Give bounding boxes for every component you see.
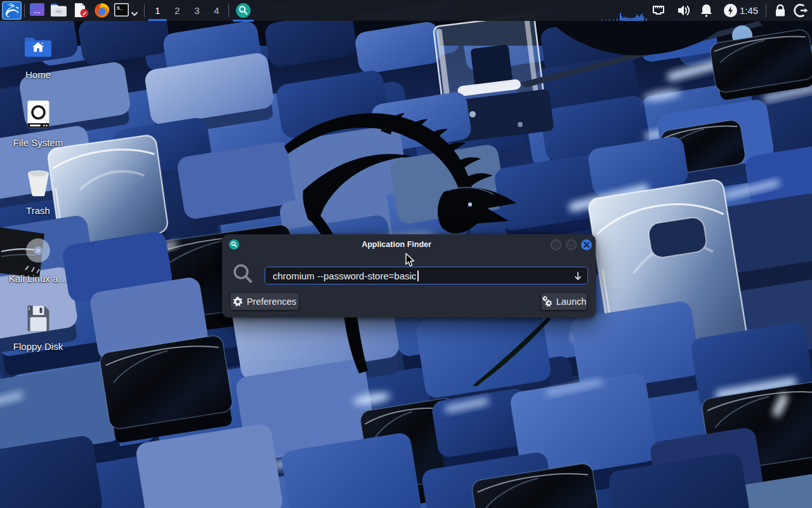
svg-text:$_: $_ — [117, 5, 123, 11]
